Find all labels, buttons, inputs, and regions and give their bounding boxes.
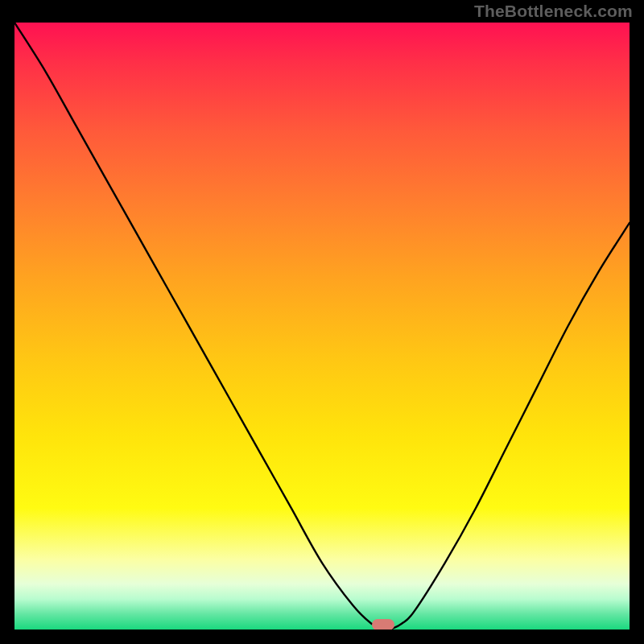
plot-area xyxy=(14,23,630,630)
chart-frame: TheBottleneck.com xyxy=(0,0,644,644)
minimum-marker xyxy=(372,619,394,630)
watermark-text: TheBottleneck.com xyxy=(474,2,633,21)
bottleneck-curve xyxy=(14,23,630,630)
